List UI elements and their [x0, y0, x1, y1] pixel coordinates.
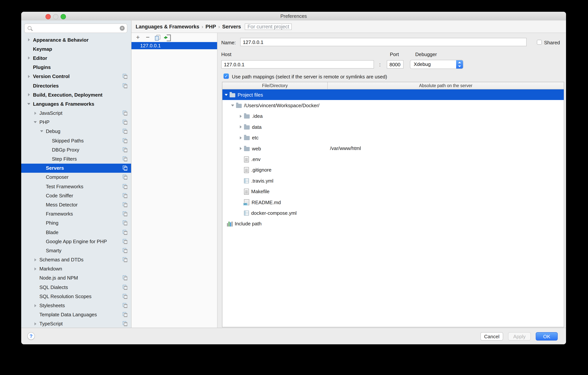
sidebar-item-sql-dialects[interactable]: SQL Dialects — [21, 282, 131, 292]
chevron-down-icon[interactable] — [40, 130, 43, 132]
host-input[interactable] — [221, 60, 374, 69]
settings-tree: Appearance & Behavior Keymap Editor Plug… — [21, 35, 131, 328]
chevron-right-icon[interactable] — [28, 75, 30, 78]
sidebar-item-stylesheets[interactable]: Stylesheets — [21, 301, 131, 310]
chevron-right-icon[interactable] — [34, 322, 36, 325]
table-row-readme-md[interactable]: README.md — [222, 197, 564, 208]
sidebar-item-blade[interactable]: Blade — [21, 228, 131, 237]
search-icon — [28, 26, 32, 30]
absolute-path-cell[interactable]: /var/www/html — [330, 143, 361, 154]
table-row-project-files[interactable]: Project files — [222, 89, 564, 100]
per-project-icon — [123, 193, 128, 198]
sidebar-item-directories[interactable]: Directories — [21, 81, 131, 90]
use-path-mappings-checkbox[interactable] — [223, 73, 229, 79]
breadcrumb-separator: › — [201, 24, 203, 29]
table-row-web[interactable]: web/var/www/html — [222, 143, 564, 154]
sidebar-item-dbgp-proxy[interactable]: DBGp Proxy — [21, 145, 131, 154]
sidebar-item-build-execution-deployment[interactable]: Build, Execution, Deployment — [21, 90, 131, 99]
sidebar-item-appearance-behavior[interactable]: Appearance & Behavior — [21, 35, 131, 44]
chevron-right-icon[interactable] — [240, 125, 242, 129]
chevron-down-icon[interactable] — [34, 121, 37, 123]
sidebar-item-version-control[interactable]: Version Control — [21, 72, 131, 81]
cancel-button[interactable]: Cancel — [480, 332, 503, 341]
per-project-icon — [123, 175, 128, 180]
chevron-right-icon[interactable] — [34, 267, 36, 271]
folder-icon — [230, 93, 235, 97]
chevron-right-icon[interactable] — [28, 93, 30, 96]
breadcrumb-languages-frameworks[interactable]: Languages & Frameworks — [136, 24, 199, 29]
sidebar-item-keymap[interactable]: Keymap — [21, 44, 131, 53]
sidebar-item-mess-detector[interactable]: Mess Detector — [21, 200, 131, 209]
sidebar-item-smarty[interactable]: Smarty — [21, 246, 131, 255]
sidebar-item-php[interactable]: PHP — [21, 118, 131, 127]
table-row-include-path[interactable]: Include path — [222, 218, 564, 229]
chevron-right-icon[interactable] — [28, 38, 30, 41]
sidebar-item-frameworks[interactable]: Frameworks — [21, 209, 131, 218]
chevron-down-icon[interactable] — [225, 94, 228, 96]
table-row-docker-compose-yml[interactable]: docker-compose.yml — [222, 208, 564, 219]
dropdown-stepper-icon — [456, 60, 463, 69]
per-project-icon — [123, 184, 128, 189]
clear-search-icon[interactable] — [120, 26, 125, 31]
search-input[interactable] — [34, 25, 118, 32]
sidebar-item-phing[interactable]: Phing — [21, 219, 131, 228]
sidebar-item-sql-resolution-scopes[interactable]: SQL Resolution Scopes — [21, 292, 131, 301]
port-input[interactable] — [387, 60, 403, 69]
sidebar-item-test-frameworks[interactable]: Test Frameworks — [21, 182, 131, 191]
sidebar-item-javascript[interactable]: JavaScript — [21, 109, 131, 118]
ok-button[interactable]: OK — [536, 332, 558, 341]
help-button[interactable]: ? — [27, 332, 35, 340]
chevron-right-icon[interactable] — [34, 304, 36, 307]
chevron-right-icon[interactable] — [28, 57, 30, 60]
table-row-travis-yml[interactable]: .travis.yml — [222, 175, 564, 186]
remove-server-button[interactable]: − — [145, 34, 150, 41]
chevron-right-icon[interactable] — [240, 147, 242, 150]
per-project-icon — [123, 276, 128, 281]
sidebar-item-code-sniffer[interactable]: Code Sniffer — [21, 191, 131, 200]
sidebar-item-languages-frameworks[interactable]: Languages & Frameworks — [21, 99, 131, 109]
import-from-deployment-button[interactable] — [165, 34, 171, 41]
chevron-right-icon[interactable] — [34, 258, 36, 261]
sidebar-item-composer[interactable]: Composer — [21, 173, 131, 182]
table-row-data[interactable]: data — [222, 122, 564, 132]
sidebar-item-schemas-dtds[interactable]: Schemas and DTDs — [21, 255, 131, 264]
chevron-right-icon[interactable] — [34, 112, 36, 115]
sidebar-item-step-filters[interactable]: Step Filters — [21, 154, 131, 163]
server-list-item[interactable]: 127.0.0.1 — [131, 42, 217, 49]
chevron-down-icon[interactable] — [27, 103, 30, 105]
sidebar-item-editor[interactable]: Editor — [21, 54, 131, 63]
sidebar-item-markdown[interactable]: Markdown — [21, 264, 131, 273]
chevron-right-icon[interactable] — [240, 136, 242, 139]
sidebar-item-nodejs-npm[interactable]: Node.js and NPM — [21, 273, 131, 282]
breadcrumb-php[interactable]: PHP — [206, 24, 216, 29]
shared-checkbox[interactable] — [537, 40, 542, 45]
debugger-select[interactable]: Xdebug — [410, 60, 463, 69]
sidebar-item-skipped-paths[interactable]: Skipped Paths — [21, 136, 131, 145]
sidebar-item-template-data-languages[interactable]: Template Data Languages — [21, 310, 131, 319]
chevron-down-icon[interactable] — [231, 104, 234, 106]
per-project-icon — [123, 312, 128, 317]
add-server-button[interactable]: + — [135, 34, 141, 41]
dialog-footer: ? Cancel Apply OK — [21, 328, 566, 344]
table-row-etc[interactable]: etc — [222, 132, 564, 143]
breadcrumb-servers[interactable]: Servers — [222, 24, 241, 29]
table-row-env[interactable]: .env — [222, 154, 564, 165]
sidebar-item-servers[interactable]: Servers — [21, 163, 131, 173]
table-row-gitignore[interactable]: .gitignore — [222, 165, 564, 175]
per-project-icon — [123, 239, 128, 244]
sidebar-item-debug[interactable]: Debug — [21, 127, 131, 136]
per-project-icon — [123, 248, 128, 253]
per-project-icon — [123, 221, 128, 226]
chevron-right-icon[interactable] — [240, 115, 242, 118]
copy-server-button[interactable] — [155, 35, 160, 40]
per-project-icon — [123, 321, 128, 326]
sidebar-item-typescript[interactable]: TypeScript — [21, 319, 131, 328]
table-row-makefile[interactable]: Makefile — [222, 186, 564, 197]
sidebar-item-google-app-engine-php[interactable]: Google App Engine for PHP — [21, 237, 131, 246]
table-row-idea[interactable]: .idea — [222, 111, 564, 122]
table-row-project-root[interactable]: /Users/vincent/Workspace/Docker/ — [222, 100, 564, 111]
name-input[interactable] — [240, 38, 527, 46]
apply-button[interactable]: Apply — [508, 332, 531, 341]
settings-search-box[interactable] — [24, 23, 127, 33]
sidebar-item-plugins[interactable]: Plugins — [21, 63, 131, 72]
